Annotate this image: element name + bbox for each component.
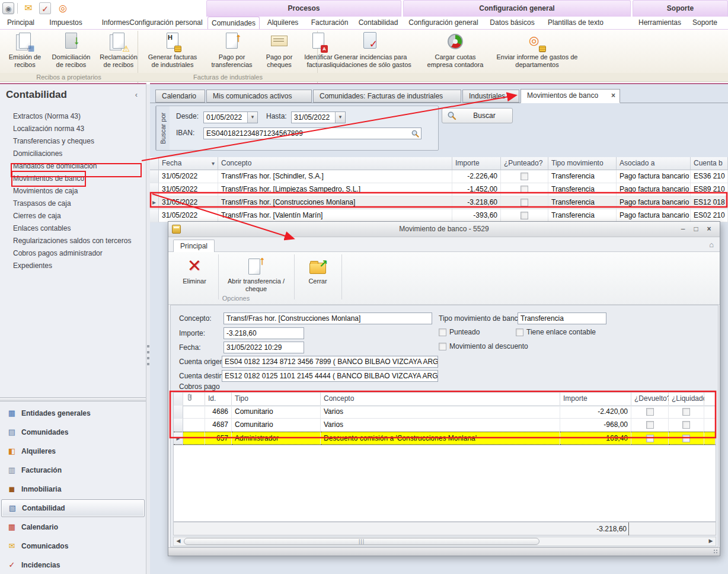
enviar-informe-button[interactable]: ◎ Enviar informe de gastos de departamen… [493, 32, 581, 69]
cobros-row-highlighted[interactable]: ▸ 657AdministradorDescuento comisión a '… [174, 432, 716, 445]
desde-input[interactable]: 01/05/2022▾ [203, 111, 258, 123]
devuelto-checkbox[interactable] [646, 435, 654, 442]
nav-comunicados[interactable]: ✉Comunicados [1, 537, 145, 555]
devuelto-checkbox[interactable] [646, 421, 654, 429]
ribbon-tab-impuestos[interactable]: Impuestos [41, 17, 90, 30]
sidebar-item-enlaces[interactable]: Enlaces contables [13, 222, 71, 235]
ribbon-tab-config-personal[interactable]: Configuración personal [126, 17, 206, 30]
eliminar-button[interactable]: ✕ Eliminar [177, 256, 212, 285]
nav-alquileres[interactable]: ◧Alquileres [1, 442, 145, 460]
ribbon-tab-principal[interactable]: Principal [4, 17, 38, 30]
sidebar-item-extractos[interactable]: Extractos (Norma 43) [13, 110, 81, 123]
nav-calendario[interactable]: ▦Calendario [1, 518, 145, 536]
abrir-transferencia-button[interactable]: ↑ Abrir transferencia / cheque [222, 256, 290, 293]
search-icon[interactable] [411, 129, 420, 138]
broadcast-icon[interactable]: ◎ [57, 2, 69, 14]
domiciliacion-recibos-button[interactable]: ↓ Domiciliación de recibos [49, 32, 94, 69]
chevron-down-icon[interactable]: ▾ [247, 112, 257, 123]
fecha-input[interactable]: 31/05/2022 10:29 [223, 342, 304, 353]
ribbon-tab-comunidades[interactable]: Comunidades [207, 17, 260, 30]
mail-icon[interactable]: ✉ [23, 2, 34, 14]
cobros-row[interactable]: 4687ComunitarioVarios -968,00 [174, 419, 716, 432]
col-concepto[interactable]: Concepto [218, 157, 452, 170]
app-icon[interactable]: ◉ [2, 2, 14, 14]
ribbon-tab-config-general[interactable]: Configuración general [405, 17, 481, 30]
devuelto-checkbox[interactable] [646, 408, 654, 416]
ribbon-tab-plantillas[interactable]: Plantillas de texto [542, 17, 609, 30]
doc-tab-movimientos-banco[interactable]: Movimientos de banco× [521, 89, 620, 103]
punteado-checkbox[interactable] [521, 199, 528, 206]
maximize-icon[interactable]: □ [690, 224, 702, 234]
col-importe[interactable]: Importe [560, 393, 631, 406]
generar-incidencias-button[interactable]: Generar incidencias para liquidaciones d… [324, 32, 417, 69]
col-tipo[interactable]: Tipo [232, 393, 321, 406]
tiene-enlace-checkbox-row[interactable]: Tiene enlace contable [516, 328, 596, 336]
close-icon[interactable]: × [611, 91, 615, 100]
importe-input[interactable]: -3.218,60 [223, 327, 304, 339]
doc-tab-industriales[interactable]: Industriales [462, 90, 519, 103]
doc-tab-comunicados[interactable]: Mis comunicados activos [206, 90, 312, 103]
punteado-checkbox-row[interactable]: Punteado [439, 328, 480, 336]
grid-row[interactable]: 31/05/2022Transf/Fras hor. [Schindler, S… [150, 170, 728, 183]
cargar-cuotas-button[interactable]: Cargar cuotas empresa contadora [422, 32, 488, 69]
doc-tab-facturas[interactable]: Comunidades: Facturas de industriales [313, 90, 461, 103]
ribbon-tab-datos-basicos[interactable]: Datos básicos [485, 17, 539, 30]
sidebar-item-mandatos[interactable]: Mandatos de domiciliación [13, 160, 97, 173]
tasks-icon[interactable]: ✓ [39, 2, 51, 14]
punteado-checkbox[interactable] [521, 173, 528, 180]
dialog-title-bar[interactable]: Movimiento de banco - 5529 – □ × [168, 222, 720, 237]
punteado-checkbox[interactable] [521, 212, 528, 219]
scroll-right-icon[interactable]: ▶ [706, 537, 716, 546]
close-icon[interactable]: × [703, 224, 715, 234]
col-tipo[interactable]: Tipo movimiento [548, 157, 617, 170]
sidebar-item-localizacion[interactable]: Localización norma 43 [13, 123, 84, 135]
chevron-down-icon[interactable]: ▾ [335, 112, 345, 123]
iban-input[interactable]: ES0401821234871234567899 [203, 127, 422, 139]
punteado-checkbox[interactable] [521, 186, 528, 193]
liquidado-checkbox[interactable] [682, 408, 690, 416]
collapse-ribbon-icon[interactable]: ⌂ [709, 240, 714, 249]
col-importe[interactable]: Importe [452, 157, 501, 170]
grid-row[interactable]: 31/05/2022Transf/Fras hor. [Valentín Mar… [150, 209, 728, 222]
emision-recibos-button[interactable]: ▦ Emisión de recibos [6, 32, 44, 69]
ribbon-tab-alquileres[interactable]: Alquileres [261, 17, 305, 30]
sidebar-item-movimientos-banco[interactable]: Movimientos de banco [13, 173, 84, 185]
minimize-icon[interactable]: – [677, 224, 689, 234]
scroll-left-icon[interactable]: ◀ [174, 537, 183, 546]
reclamacion-recibos-button[interactable]: ⚠ Reclamación de recibos [98, 32, 139, 69]
col-id[interactable]: Id. [205, 393, 232, 406]
sidebar-item-transferencias[interactable]: Transferencias y cheques [13, 135, 94, 148]
pago-cheques-button[interactable]: Pago por cheques [263, 32, 296, 69]
nav-incidencias[interactable]: ✓Incidencias [1, 556, 145, 574]
cuenta-destino-input[interactable]: ES12 0182 0125 1101 2145 4444 ( BANCO BI… [222, 370, 438, 382]
tipo-movimiento-input[interactable]: Transferencia [518, 312, 606, 324]
sidebar-item-movimientos-caja[interactable]: Movimientos de caja [13, 185, 78, 197]
liquidado-checkbox[interactable] [682, 435, 690, 442]
movimiento-descuento-checkbox-row[interactable]: Movimiento al descuento [439, 342, 528, 350]
col-fecha[interactable]: Fecha▾ [159, 157, 218, 170]
sidebar-item-cobros-pagos[interactable]: Cobros pagos administrador [13, 247, 103, 260]
ribbon-tab-herramientas[interactable]: Herramientas [634, 17, 685, 30]
generar-facturas-button[interactable]: H Generar facturas de industriales [144, 32, 201, 69]
cuenta-origen-input[interactable]: ES04 0182 1234 8712 3456 7899 ( BANCO BI… [222, 356, 438, 368]
resize-grip-icon[interactable] [713, 549, 719, 554]
ribbon-tab-facturacion[interactable]: Facturación [306, 17, 353, 30]
col-asociado[interactable]: Asociado a [617, 157, 691, 170]
nav-inmobiliaria[interactable]: ◼Inmobiliaria [1, 480, 145, 498]
ribbon-tab-soporte[interactable]: Soporte [687, 17, 723, 30]
sidebar-item-cierres[interactable]: Cierres de caja [13, 210, 61, 222]
buscar-button[interactable]: Buscar [442, 108, 513, 123]
grid-row[interactable]: 31/05/2022Transf/Fras hor. [Limpiezas Sa… [150, 183, 728, 196]
ribbon-tab-contabilidad[interactable]: Contabilidad [355, 17, 402, 30]
nav-entidades-generales[interactable]: ▦Entidades generales [1, 404, 145, 422]
collapse-sidebar-icon[interactable]: ‹ [135, 90, 138, 99]
nav-comunidades[interactable]: ▤Comunidades [1, 423, 145, 441]
cobros-row[interactable]: 4686ComunitarioVarios -2.420,00 [174, 406, 716, 419]
cerrar-button[interactable]: ↗ Cerrar [300, 256, 336, 285]
nav-facturacion[interactable]: ▥Facturación [1, 461, 145, 479]
sort-icon[interactable]: ▾ [212, 157, 215, 170]
col-devuelto[interactable]: ¿Devuelto? [631, 393, 669, 406]
sidebar-item-regularizaciones[interactable]: Regularizaciones saldos con terceros [13, 235, 131, 247]
liquidado-checkbox[interactable] [682, 421, 690, 429]
sidebar-item-traspasos[interactable]: Traspasos de caja [13, 197, 71, 210]
